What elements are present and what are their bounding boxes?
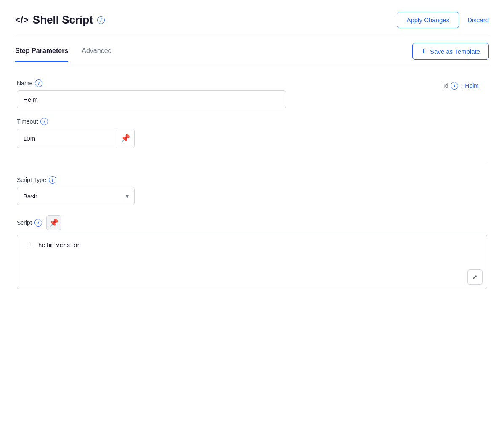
tabs-bar: Step Parameters Advanced ⬆ Save as Templ… bbox=[15, 37, 489, 66]
tab-advanced[interactable]: Advanced bbox=[82, 47, 111, 62]
timeout-label: Timeout i bbox=[17, 118, 487, 125]
save-as-template-button[interactable]: ⬆ Save as Template bbox=[412, 43, 489, 60]
script-pin-icon: 📌 bbox=[49, 218, 58, 227]
script-info-icon[interactable]: i bbox=[34, 219, 42, 227]
tab-step-parameters[interactable]: Step Parameters bbox=[15, 47, 68, 62]
header-right: Apply Changes Discard bbox=[397, 12, 489, 28]
id-info-icon[interactable]: i bbox=[451, 82, 458, 90]
timeout-input[interactable] bbox=[17, 130, 116, 147]
page-container: </> Shell Script i Apply Changes Discard… bbox=[0, 0, 504, 443]
id-display: Id i : Helm bbox=[443, 79, 487, 90]
script-field-group: Script i 📌 1 helm version ⤢ bbox=[17, 215, 487, 289]
timeout-field-group: Timeout i 📌 bbox=[17, 118, 487, 148]
apply-changes-button[interactable]: Apply Changes bbox=[397, 12, 459, 28]
name-input[interactable] bbox=[17, 90, 286, 108]
form-section: Name i Id i : Helm Timeout i bbox=[15, 79, 489, 289]
name-label: Name i bbox=[17, 79, 286, 87]
save-template-label: Save as Template bbox=[430, 48, 480, 55]
name-field-group: Name i bbox=[17, 79, 286, 108]
header-left: </> Shell Script i bbox=[15, 13, 105, 26]
timeout-pin-button[interactable]: 📌 bbox=[116, 129, 134, 148]
name-info-icon[interactable]: i bbox=[35, 79, 42, 87]
script-label-row: Script i 📌 bbox=[17, 215, 487, 230]
script-type-info-icon[interactable]: i bbox=[49, 176, 56, 184]
timeout-pin-icon: 📌 bbox=[121, 134, 130, 143]
line-numbers: 1 bbox=[17, 241, 38, 250]
section-divider bbox=[17, 163, 487, 163]
script-type-field-group: Script Type i Bash Python PowerShell Rub… bbox=[17, 176, 487, 205]
line-number-1: 1 bbox=[17, 241, 32, 250]
title-info-icon[interactable]: i bbox=[97, 16, 105, 24]
script-type-select[interactable]: Bash Python PowerShell Ruby bbox=[17, 187, 135, 205]
tabs-left: Step Parameters Advanced bbox=[15, 47, 111, 62]
code-icon: </> bbox=[15, 15, 29, 26]
script-type-select-wrapper: Bash Python PowerShell Ruby ▾ bbox=[17, 187, 135, 205]
script-label: Script i bbox=[17, 219, 42, 227]
id-value: Helm bbox=[465, 82, 479, 89]
script-type-label: Script Type i bbox=[17, 176, 487, 184]
upload-icon: ⬆ bbox=[421, 47, 427, 55]
expand-editor-button[interactable]: ⤢ bbox=[467, 269, 483, 285]
name-id-row: Name i Id i : Helm bbox=[17, 79, 487, 108]
page-title: Shell Script bbox=[33, 13, 93, 26]
timeout-info-icon[interactable]: i bbox=[40, 118, 48, 125]
code-editor[interactable]: 1 helm version ⤢ bbox=[17, 235, 487, 289]
timeout-input-wrapper: 📌 bbox=[17, 129, 135, 148]
header: </> Shell Script i Apply Changes Discard bbox=[15, 12, 489, 37]
code-editor-inner: 1 helm version bbox=[17, 235, 487, 256]
script-code-content: helm version bbox=[38, 241, 487, 250]
id-label-row: Id i : Helm bbox=[443, 81, 479, 90]
discard-button[interactable]: Discard bbox=[467, 16, 489, 24]
script-pin-button[interactable]: 📌 bbox=[46, 215, 61, 230]
expand-icon: ⤢ bbox=[472, 274, 477, 280]
